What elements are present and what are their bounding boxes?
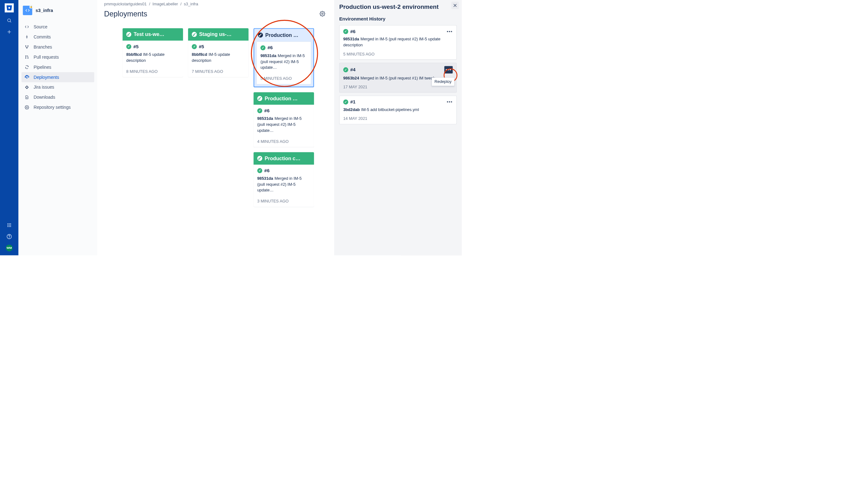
history-message: 98531daMerged in IM-5 (pull request #2) …	[343, 36, 453, 48]
deployments-icon	[24, 74, 30, 80]
branches-icon	[24, 44, 30, 49]
deploy-message: 8bbf8cdIM-5 update description	[192, 52, 245, 63]
close-button[interactable]	[452, 2, 459, 9]
nav-label: Commits	[33, 34, 51, 39]
svg-point-28	[26, 107, 27, 108]
svg-rect-9	[10, 225, 11, 226]
sidebar-item-downloads[interactable]: Downloads	[22, 93, 94, 103]
svg-point-29	[322, 13, 323, 14]
more-actions-button[interactable]: •••	[446, 28, 453, 34]
repo-name: s3_infra	[36, 8, 53, 13]
breadcrumb-link[interactable]: pmmquickstartguides01	[104, 2, 147, 6]
env-name: Staging us-…	[199, 32, 232, 37]
deploy-number: #6	[264, 168, 270, 173]
repo-icon: 🔒	[23, 6, 32, 15]
nav-label: Pipelines	[33, 65, 51, 70]
deploy-number: #6	[267, 45, 273, 50]
deploy-time: 3 MINUTES AGO	[257, 199, 310, 204]
more-actions-button[interactable]: •••	[444, 66, 453, 73]
search-icon[interactable]	[6, 17, 12, 24]
check-icon: ✓	[258, 33, 263, 37]
sidebar-item-jira[interactable]: Jira issues	[22, 82, 94, 93]
deploy-number: #5	[133, 44, 138, 49]
sidebar-item-source[interactable]: Source	[22, 22, 94, 32]
create-icon[interactable]	[6, 28, 12, 35]
nav-label: Pull requests	[33, 55, 59, 60]
check-icon: ✓	[257, 108, 262, 113]
deploy-time: 5 MINUTES AGO	[260, 76, 307, 81]
check-icon: ✓	[126, 44, 131, 49]
env-card-test[interactable]: ✓Test us-we… ✓#5 8bbf8cdIM-5 update desc…	[122, 28, 183, 77]
sidebar-item-commits[interactable]: Commits	[22, 32, 94, 42]
svg-line-1	[10, 22, 11, 23]
settings-button[interactable]	[317, 9, 327, 19]
svg-rect-11	[9, 226, 9, 227]
sidebar-item-settings[interactable]: Repository settings	[22, 103, 94, 112]
check-icon: ✓	[343, 67, 348, 72]
check-icon: ✓	[260, 45, 266, 50]
global-nav: WM	[0, 0, 19, 255]
svg-rect-10	[7, 226, 8, 227]
main-content: pmmquickstartguides01/ ImageLabeller/ s3…	[97, 0, 334, 255]
sidebar-item-branches[interactable]: Branches	[22, 42, 94, 52]
deploy-number: #5	[199, 44, 204, 49]
svg-point-22	[26, 56, 26, 56]
check-icon: ✓	[257, 168, 262, 173]
nav-label: Branches	[33, 44, 52, 49]
lock-icon: 🔒	[30, 5, 33, 8]
deploy-message: 98531daMerged in IM-5 (pull request #2) …	[260, 53, 307, 71]
env-card-production-selected[interactable]: ✓Production … ✓#6 98531daMerged in IM-5 …	[253, 28, 314, 87]
env-card-staging[interactable]: ✓Staging us-… ✓#5 8bbf8cdIM-5 update des…	[188, 28, 249, 77]
downloads-icon	[24, 95, 30, 100]
svg-point-19	[27, 45, 28, 46]
breadcrumb-link[interactable]: ImageLabeller	[152, 2, 178, 6]
sidebar-item-pullrequests[interactable]: Pull requests	[22, 52, 94, 62]
svg-rect-6	[10, 223, 11, 224]
svg-rect-7	[7, 225, 8, 226]
history-number: #1	[350, 99, 356, 105]
nav-label: Source	[33, 24, 48, 29]
pipelines-icon	[24, 64, 30, 70]
check-icon: ✓	[343, 29, 348, 34]
more-actions-button[interactable]: •••	[446, 99, 453, 105]
page-title: Deployments	[104, 9, 147, 18]
user-avatar[interactable]: WM	[6, 245, 12, 251]
env-name: Production c…	[265, 156, 300, 161]
env-name: Production …	[265, 96, 298, 101]
bitbucket-logo[interactable]	[5, 3, 14, 12]
deploy-message: 8bbf8cdIM-5 update description	[126, 52, 179, 63]
nav-label: Downloads	[33, 95, 55, 100]
check-icon: ✓	[192, 32, 197, 37]
svg-rect-4	[7, 223, 8, 224]
deploy-number: #6	[264, 108, 270, 113]
repo-sidebar: 🔒 s3_infra Source Commits Branches Pull …	[19, 0, 97, 255]
panel-subtitle: Environment History	[339, 16, 457, 22]
sidebar-item-pipelines[interactable]: Pipelines	[22, 62, 94, 72]
history-item[interactable]: ✓#1 ••• 3bd2dabIM-5 add bitbucket-pipeli…	[339, 96, 457, 124]
env-card-production[interactable]: ✓Production c… ✓#6 98531daMerged in IM-5…	[253, 152, 314, 207]
nav-label: Jira issues	[33, 84, 54, 90]
breadcrumb-link[interactable]: s3_infra	[184, 2, 198, 6]
svg-point-18	[26, 45, 26, 46]
env-card-production[interactable]: ✓Production … ✓#6 98531daMerged in IM-5 …	[253, 93, 314, 147]
source-icon	[24, 24, 30, 30]
panel-title: Production us-west-2 environment	[339, 3, 457, 10]
check-icon: ✓	[257, 156, 262, 161]
deploy-message: 98531daMerged in IM-5 (pull request #2) …	[257, 176, 310, 193]
commits-icon	[24, 34, 30, 40]
history-item[interactable]: ✓#6 ••• 98531daMerged in IM-5 (pull requ…	[339, 25, 457, 60]
pullrequest-icon	[24, 54, 30, 60]
history-item[interactable]: ✓#4 ••• 9863b24Merged in IM-5 (pull requ…	[339, 63, 457, 93]
sidebar-item-deployments[interactable]: Deployments	[22, 72, 94, 82]
breadcrumbs: pmmquickstartguides01/ ImageLabeller/ s3…	[104, 2, 328, 6]
help-icon[interactable]	[6, 233, 12, 240]
app-switcher-icon[interactable]	[6, 222, 12, 228]
history-number: #6	[350, 29, 356, 34]
history-number: #4	[350, 67, 356, 72]
environment-history-panel: Production us-west-2 environment Environ…	[334, 0, 462, 255]
deploy-time: 8 MINUTES AGO	[126, 69, 179, 74]
jira-icon	[24, 84, 30, 90]
deploy-message: 98531daMerged in IM-5 (pull request #2) …	[257, 116, 310, 133]
repo-header[interactable]: 🔒 s3_infra	[22, 6, 94, 15]
history-time: 5 MINUTES AGO	[343, 52, 453, 57]
